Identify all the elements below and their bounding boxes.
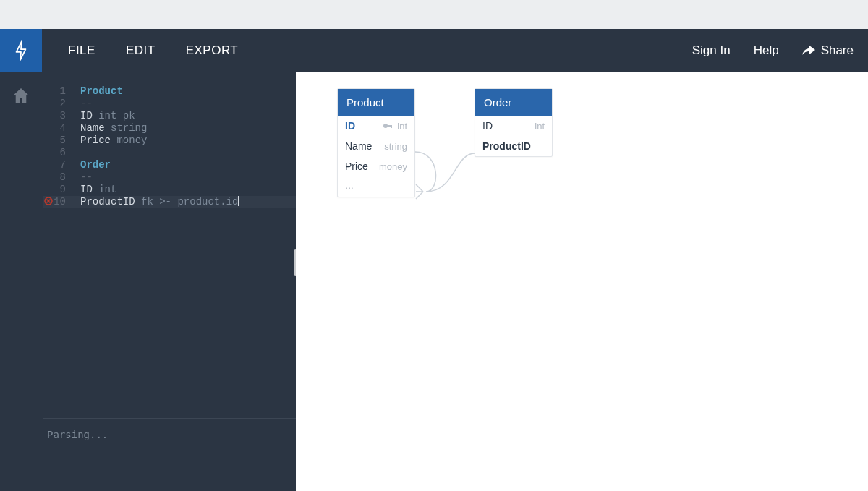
- code-line[interactable]: 8--: [43, 171, 296, 184]
- signin-link[interactable]: Sign In: [692, 43, 731, 58]
- primary-key-icon: [383, 122, 393, 129]
- line-number: 6: [43, 147, 70, 159]
- field-type: money: [379, 161, 407, 172]
- code-line[interactable]: 4Name string: [43, 122, 296, 135]
- field-name: Name: [345, 140, 372, 152]
- entity-field-row[interactable]: Pricemoney: [338, 156, 414, 176]
- entity-field-row[interactable]: IDint: [338, 116, 414, 136]
- svg-line-4: [416, 192, 423, 199]
- editor-panel: 1Product2--3ID int pk4Name string5Price …: [42, 72, 296, 491]
- line-number: 7: [43, 159, 70, 171]
- window-topbar: [0, 0, 868, 29]
- error-icon: [44, 197, 53, 205]
- share-button[interactable]: Share: [802, 43, 854, 58]
- code-text: ProductID fk >- product.id: [70, 196, 239, 208]
- line-number: 10: [43, 196, 70, 208]
- code-text: Product: [70, 85, 123, 98]
- menu-file[interactable]: FILE: [68, 43, 95, 58]
- left-sidebar: [0, 72, 42, 491]
- line-number: 8: [43, 171, 70, 184]
- entity-header[interactable]: Order: [475, 89, 552, 116]
- main-area: 1Product2--3ID int pk4Name string5Price …: [0, 72, 868, 491]
- share-label: Share: [821, 43, 854, 58]
- svg-rect-8: [391, 125, 392, 128]
- code-text: Name string: [70, 122, 147, 135]
- app-header: FILE EDIT EXPORT Sign In Help Share: [0, 29, 868, 72]
- code-line[interactable]: 1Product: [43, 85, 296, 98]
- svg-line-3: [416, 184, 423, 192]
- status-text: Parsing...: [47, 429, 108, 440]
- entity-field-row[interactable]: Namestring: [338, 136, 414, 156]
- entity-box[interactable]: OrderIDintProductID: [475, 88, 553, 157]
- entity-field-row[interactable]: IDint: [475, 116, 552, 136]
- share-arrow-icon: [802, 46, 815, 56]
- diagram-canvas[interactable]: ProductIDintNamestringPricemoney...Order…: [296, 72, 868, 491]
- entity-box[interactable]: ProductIDintNamestringPricemoney...: [337, 88, 415, 197]
- code-editor[interactable]: 1Product2--3ID int pk4Name string5Price …: [43, 72, 296, 418]
- lightning-icon: [13, 40, 29, 61]
- text-cursor: [238, 196, 239, 206]
- help-link[interactable]: Help: [754, 43, 779, 58]
- code-line[interactable]: 2--: [43, 98, 296, 110]
- code-text: --: [70, 171, 93, 184]
- line-number: 3: [43, 110, 70, 122]
- entity-ellipsis: ...: [338, 176, 414, 197]
- code-text: ID int pk: [70, 110, 135, 122]
- field-name: ID: [345, 120, 355, 132]
- code-line[interactable]: 5Price money: [43, 135, 296, 147]
- code-line[interactable]: 6: [43, 147, 296, 159]
- line-number: 1: [43, 85, 70, 98]
- home-icon: [13, 88, 29, 103]
- code-text: --: [70, 98, 93, 110]
- field-name: ProductID: [482, 140, 531, 152]
- header-right: Sign In Help Share: [692, 29, 868, 72]
- code-text: Price money: [70, 135, 147, 147]
- menu-export[interactable]: EXPORT: [186, 43, 239, 58]
- code-text: ID int: [70, 184, 116, 196]
- line-number: 4: [43, 122, 70, 135]
- status-panel: Parsing...: [43, 419, 296, 491]
- code-line[interactable]: 7Order: [43, 159, 296, 171]
- entity-field-row[interactable]: ProductID: [475, 136, 552, 156]
- line-number: 2: [43, 98, 70, 110]
- field-type: int: [397, 121, 407, 132]
- line-number: 9: [43, 184, 70, 196]
- line-number: 5: [43, 135, 70, 147]
- app-logo[interactable]: [0, 29, 42, 72]
- field-type: string: [384, 141, 407, 152]
- code-line[interactable]: 10ProductID fk >- product.id: [43, 196, 296, 208]
- entity-header[interactable]: Product: [338, 89, 414, 116]
- home-button[interactable]: [13, 88, 29, 106]
- menu-edit[interactable]: EDIT: [126, 43, 156, 58]
- code-line[interactable]: 9ID int: [43, 184, 296, 196]
- field-type: int: [535, 121, 545, 132]
- main-menu: FILE EDIT EXPORT: [42, 29, 238, 72]
- field-name: ID: [482, 120, 493, 132]
- field-name: Price: [345, 161, 368, 172]
- code-text: Order: [70, 159, 111, 171]
- code-line[interactable]: 3ID int pk: [43, 110, 296, 122]
